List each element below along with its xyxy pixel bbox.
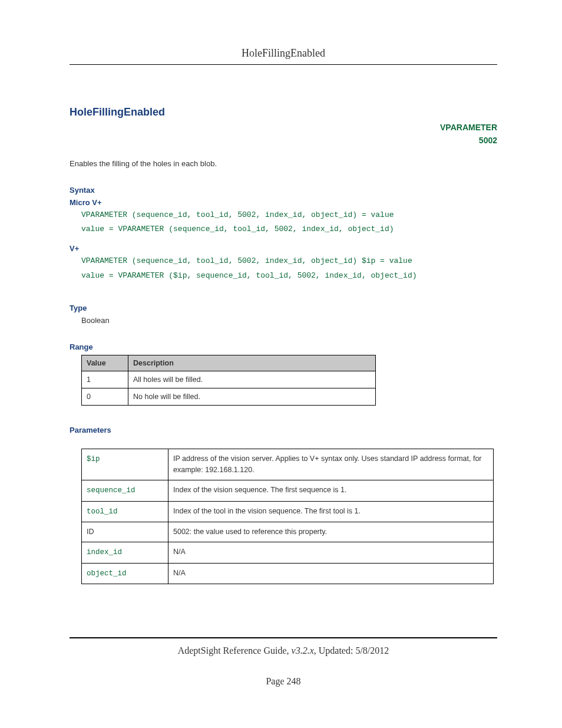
vparameter-id: 5002 (479, 136, 497, 145)
page: HoleFillingEnabled HoleFillingEnabled VP… (0, 0, 562, 710)
table-row: sequence_id Index of the vision sequence… (82, 480, 494, 501)
table-row: index_id N/A (82, 542, 494, 563)
table-row: 0 No hole will be filled. (82, 388, 376, 405)
range-cell-desc: No hole will be filled. (128, 388, 376, 405)
type-value: Boolean (81, 316, 497, 325)
param-key: ID (82, 522, 168, 542)
footer-rule (70, 637, 497, 638)
param-key-text: ID (87, 528, 94, 536)
range-cell-value: 1 (82, 371, 128, 388)
micro-vplus-code: VPARAMETER (sequence_id, tool_id, 5002, … (81, 208, 497, 237)
param-desc: Index of the tool in the vision sequence… (168, 501, 494, 522)
intro-text: Enables the filling of the holes in each… (70, 159, 497, 168)
table-row: tool_id Index of the tool in the vision … (82, 501, 494, 522)
table-row: $ip IP address of the vision server. App… (82, 449, 494, 480)
footer-guide: AdeptSight Reference Guide (178, 645, 287, 655)
param-desc: N/A (168, 542, 494, 563)
param-key: $ip (82, 449, 168, 480)
param-desc: 5002: the value used to reference this p… (168, 522, 494, 542)
range-cell-value: 0 (82, 388, 128, 405)
footer: AdeptSight Reference Guide, v3.2.x, Upda… (70, 637, 497, 687)
type-heading: Type (70, 304, 497, 312)
footer-updated: , Updated: 5/8/2012 (314, 645, 389, 655)
footer-guide-line: AdeptSight Reference Guide, v3.2.x, Upda… (70, 645, 497, 656)
vplus-code: VPARAMETER (sequence_id, tool_id, 5002, … (81, 254, 497, 283)
range-heading: Range (70, 342, 497, 351)
title-block: HoleFillingEnabled VPARAMETER 5002 (70, 106, 497, 147)
param-key-text: sequence_id (87, 486, 135, 495)
param-key: sequence_id (82, 480, 168, 501)
range-col-value: Value (82, 355, 128, 371)
param-key-text: tool_id (87, 508, 118, 516)
table-row: ID 5002: the value used to reference thi… (82, 522, 494, 542)
range-table: Value Description 1 All holes will be fi… (81, 355, 376, 406)
param-key-text: index_id (87, 548, 122, 556)
param-key: tool_id (82, 501, 168, 522)
param-desc: IP address of the vision server. Applies… (168, 449, 494, 480)
vparameter-tag: VPARAMETER 5002 (70, 121, 497, 147)
range-col-description: Description (128, 355, 376, 371)
micro-vplus-label: Micro V+ (70, 198, 497, 207)
vparameter-label: VPARAMETER (440, 123, 497, 132)
main-title: HoleFillingEnabled (70, 106, 497, 118)
range-cell-desc: All holes will be filled. (128, 371, 376, 388)
syntax-heading: Syntax (70, 186, 497, 195)
range-header-row: Value Description (82, 355, 376, 371)
table-row: object_id N/A (82, 563, 494, 584)
param-key-text: object_id (87, 569, 127, 578)
header-rule (70, 64, 497, 65)
footer-page-number: Page 248 (70, 676, 497, 687)
parameters-heading: Parameters (70, 426, 497, 434)
vplus-label: V+ (70, 244, 497, 253)
param-key-text: $ip (87, 455, 100, 463)
param-key: index_id (82, 542, 168, 563)
table-row: 1 All holes will be filled. (82, 371, 376, 388)
param-desc: Index of the vision sequence. The first … (168, 480, 494, 501)
param-key: object_id (82, 563, 168, 584)
page-header-title: HoleFillingEnabled (70, 47, 497, 60)
param-desc: N/A (168, 563, 494, 584)
footer-version: , v3.2.x (287, 645, 314, 655)
parameters-table: $ip IP address of the vision server. App… (81, 449, 494, 585)
